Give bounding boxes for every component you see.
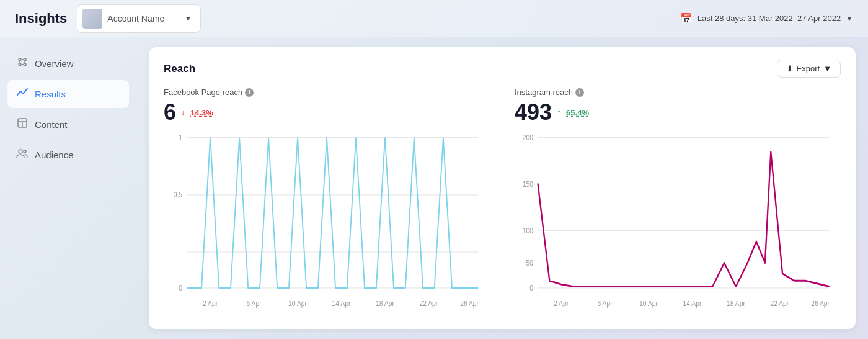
instagram-metric-row: 493 ↑ 65.4%	[515, 99, 841, 125]
sidebar: Overview Results Content	[0, 37, 136, 339]
sidebar-item-content[interactable]: Content	[7, 111, 129, 138]
facebook-label-text: Facebook Page reach	[164, 88, 242, 97]
instagram-chart-label: Instagram reach i	[515, 88, 841, 97]
instagram-label-text: Instagram reach	[515, 88, 573, 97]
svg-text:0.5: 0.5	[174, 191, 182, 199]
svg-point-1	[24, 58, 26, 61]
card-header: Reach ⬇ Export ▼	[164, 60, 841, 78]
calendar-icon: 📅	[680, 12, 693, 24]
sidebar-item-results-label: Results	[35, 89, 66, 99]
instagram-chart-svg: 200 150 100 50 0 2 Apr 6 Apr 10 Apr 14 A…	[515, 130, 841, 317]
svg-text:150: 150	[523, 180, 533, 188]
header-left: Insights Account Name ▼	[15, 4, 201, 33]
sidebar-item-results[interactable]: Results	[7, 80, 129, 108]
results-icon	[16, 86, 29, 102]
facebook-chart-section: Facebook Page reach i 6 ↓ 14.3%	[164, 88, 490, 317]
svg-text:18 Apr: 18 Apr	[727, 299, 745, 307]
svg-text:0: 0	[529, 284, 533, 292]
instagram-chart-section: Instagram reach i 493 ↑ 65.4%	[515, 88, 841, 317]
export-button[interactable]: ⬇ Export ▼	[777, 60, 841, 78]
export-chevron-icon: ▼	[823, 64, 831, 73]
svg-text:22 Apr: 22 Apr	[419, 299, 438, 307]
chevron-down-icon: ▼	[184, 14, 192, 23]
svg-text:1: 1	[179, 133, 182, 142]
charts-area: Facebook Page reach i 6 ↓ 14.3%	[164, 88, 841, 317]
facebook-metric-row: 6 ↓ 14.3%	[164, 99, 490, 125]
svg-text:200: 200	[523, 133, 533, 142]
instagram-trend-up-icon: ↑	[557, 107, 561, 117]
svg-point-3	[24, 63, 26, 66]
svg-text:26 Apr: 26 Apr	[460, 299, 479, 307]
sidebar-item-overview-label: Overview	[35, 58, 74, 69]
svg-point-0	[19, 58, 21, 61]
account-name: Account Name	[107, 14, 179, 24]
svg-text:10 Apr: 10 Apr	[288, 299, 307, 307]
facebook-chart-svg: 1 0.5 0 2 Apr 6 Apr 10 Apr 14 Apr 18 Apr…	[164, 130, 490, 317]
svg-point-12	[24, 150, 26, 153]
header: Insights Account Name ▼ 📅 Last 28 days: …	[0, 0, 868, 37]
svg-text:50: 50	[526, 259, 533, 267]
account-dropdown[interactable]: Account Name ▼	[77, 4, 201, 33]
svg-text:2 Apr: 2 Apr	[554, 299, 569, 307]
facebook-chart-label: Facebook Page reach i	[164, 88, 490, 97]
instagram-chart-wrapper: 200 150 100 50 0 2 Apr 6 Apr 10 Apr 14 A…	[515, 130, 841, 317]
download-icon: ⬇	[786, 64, 793, 73]
sidebar-item-overview[interactable]: Overview	[7, 50, 129, 78]
card-title: Reach	[164, 63, 195, 75]
date-range-text: Last 28 days: 31 Mar 2022–27 Apr 2022	[698, 14, 841, 23]
main-layout: Overview Results Content	[0, 37, 868, 339]
audience-icon	[16, 147, 29, 163]
content-area: Reach ⬇ Export ▼ Facebook Page reach i 6	[136, 37, 868, 339]
content-icon	[16, 117, 29, 132]
facebook-trend-down-icon: ↓	[181, 107, 185, 117]
account-avatar	[82, 9, 102, 29]
svg-point-2	[19, 63, 21, 66]
instagram-metric-value: 493	[515, 99, 552, 125]
svg-text:6 Apr: 6 Apr	[598, 299, 613, 307]
svg-text:10 Apr: 10 Apr	[639, 299, 658, 307]
facebook-metric-value: 6	[164, 99, 176, 125]
reach-card: Reach ⬇ Export ▼ Facebook Page reach i 6	[149, 47, 856, 329]
svg-text:22 Apr: 22 Apr	[770, 299, 789, 307]
svg-text:0: 0	[179, 284, 182, 292]
sidebar-item-audience-label: Audience	[35, 150, 74, 160]
svg-text:26 Apr: 26 Apr	[811, 299, 830, 307]
sidebar-item-audience[interactable]: Audience	[7, 141, 129, 169]
instagram-info-icon[interactable]: i	[575, 88, 584, 97]
facebook-change: 14.3%	[190, 108, 213, 117]
svg-text:18 Apr: 18 Apr	[376, 299, 394, 307]
instagram-change: 65.4%	[566, 108, 589, 117]
svg-text:2 Apr: 2 Apr	[203, 299, 218, 307]
date-range-section[interactable]: 📅 Last 28 days: 31 Mar 2022–27 Apr 2022 …	[680, 12, 853, 24]
svg-text:100: 100	[523, 227, 533, 235]
sidebar-item-content-label: Content	[35, 119, 68, 130]
facebook-chart-wrapper: 1 0.5 0 2 Apr 6 Apr 10 Apr 14 Apr 18 Apr…	[164, 130, 490, 317]
svg-point-11	[19, 150, 22, 153]
export-label: Export	[797, 64, 820, 73]
page-title: Insights	[15, 11, 67, 27]
date-range-chevron-icon: ▼	[846, 14, 853, 23]
svg-text:14 Apr: 14 Apr	[683, 299, 702, 307]
svg-text:14 Apr: 14 Apr	[332, 299, 351, 307]
svg-text:6 Apr: 6 Apr	[247, 299, 262, 307]
overview-icon	[16, 56, 29, 71]
facebook-info-icon[interactable]: i	[245, 88, 254, 97]
